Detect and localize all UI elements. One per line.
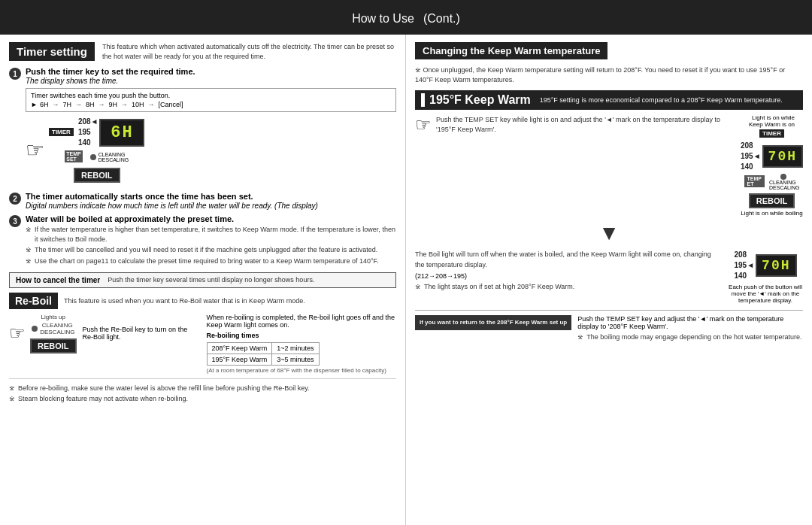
timer-section-desc: This feature which when activated automa… — [102, 42, 396, 61]
cleaning-right: CLEANINGDESCALING — [769, 174, 799, 190]
table-cell-time2: 3~5 minutes — [272, 354, 319, 365]
cleaning-dot-r — [780, 174, 786, 180]
table-row-2: 195°F Keep Warm 3~5 minutes — [207, 354, 319, 365]
step-2-sub: Digital numbers indicate how much time i… — [26, 202, 396, 210]
timer-diagram: TIMER 208◄ 195 140 6H — [49, 117, 144, 183]
r-num-195: 195◄ — [741, 151, 761, 162]
cleaning-dot-icon — [90, 154, 96, 160]
reboil-left: ☞ Lights up CLEANINGDESCALING REBOIL Pus… — [9, 314, 199, 354]
reboil-table: 208°F Keep Warm 1~2 minutes 195°F Keep W… — [207, 342, 320, 366]
bottom-temp-nums: 208 195◄ 140 — [735, 250, 755, 281]
reboil-content: ☞ Lights up CLEANINGDESCALING REBOIL Pus… — [9, 314, 396, 374]
left-column: Timer setting This feature which when ac… — [0, 35, 406, 525]
table-row-1: 208°F Keep Warm 1~2 minutes — [207, 342, 319, 354]
table-cell-time1: 1~2 minutes — [272, 342, 319, 354]
sw-10h: 10H — [132, 101, 144, 108]
table-note: (At a room temperature of 68°F with the … — [207, 367, 397, 374]
bottom-diagram-row: The Boil light will turn off when the wa… — [415, 250, 803, 304]
table-cell-temp1: 208°F Keep Warm — [207, 342, 272, 354]
cleaning-dot-reboil — [32, 326, 38, 332]
reboil-title-bar: Re-Boil This feature is used when you wa… — [9, 293, 396, 309]
temp-195-title: 195°F Keep Warm — [429, 93, 531, 106]
bottom-diagram-display: 208 195◄ 140 70H Each push of the button… — [728, 250, 803, 304]
setup-right: Push the TEMP SET key and adjust the '◄'… — [577, 315, 803, 344]
reboil-right-btn-wrap: REBOIL — [749, 192, 795, 208]
bottom-note-1: Before re-boiling, make sure the water l… — [9, 384, 396, 393]
temp-et-row: TEMPET CLEANINGDESCALING — [744, 174, 800, 190]
top-diagram-row: ☞ Push the TEMP SET key while light is o… — [415, 114, 803, 217]
formula-text: (212→208→195) — [415, 272, 720, 280]
keepwarm-header: Changing the Keep Warm temperature — [415, 42, 803, 59]
temp-et-label: TEMPET — [744, 175, 765, 187]
num-208: 208◄ — [78, 117, 98, 127]
step-2-content: The timer automatically starts once the … — [26, 192, 396, 210]
step-2: 2 The timer automatically starts once th… — [9, 192, 396, 210]
cleaning-reboil-label: CLEANINGDESCALING — [40, 322, 74, 335]
step-2-num: 2 — [9, 193, 21, 205]
reboil-table-title: Re-boiling times — [207, 332, 397, 339]
note-3: Use the chart on page11 to calculate the… — [26, 256, 396, 266]
setup-box: If you want to return to the 208°F Keep … — [415, 315, 571, 330]
step-1-num: 1 — [9, 68, 21, 80]
keepwarm-note: ※ Once unplugged, the Keep Warm temperat… — [415, 65, 803, 84]
reboil-push-text: Push the Re-Boil key to turn on the Re-B… — [83, 326, 199, 341]
sw-6h: 6H — [40, 101, 49, 108]
switches-label: Timer switches each time you push the bu… — [31, 92, 170, 99]
bottom-note-keepwarm: The light stays on if set at high 208°F … — [415, 282, 720, 292]
page-header: How to Use (Cont.) — [0, 0, 812, 35]
tempset-label: TEMPSET — [65, 150, 82, 162]
step-3-content: Water will be boiled at approximately th… — [26, 214, 396, 267]
reboil-button-left: REBOIL — [74, 168, 120, 183]
timer-label-right: TIMER — [759, 129, 784, 139]
b-num-208: 208 — [735, 250, 755, 260]
step-2-title: The timer automatically starts once the … — [26, 192, 396, 201]
bottom-display-nums-row: 208 195◄ 140 70H — [735, 250, 797, 281]
reboil-diagram: ☞ Lights up CLEANINGDESCALING REBOIL Pus… — [9, 314, 199, 354]
bottom-note-2: Steam blocking feature may not activate … — [9, 394, 396, 404]
r-num-140: 140 — [741, 162, 761, 172]
step-1-content: Push the timer key to set the required t… — [26, 67, 396, 187]
bottom-diagram-left: The Boil light will turn off when the wa… — [415, 250, 720, 293]
setup-box-label: If you want to return to the 208°F Keep … — [420, 319, 567, 326]
timer-label-r: TIMER — [759, 129, 784, 138]
sw-8h: 8H — [86, 101, 95, 108]
keepwarm-section-title: Changing the Keep Warm temperature — [415, 42, 607, 59]
step-1-sub: The display shows the time. — [26, 77, 396, 85]
note-1: If the water temperature is higher than … — [26, 225, 396, 244]
timer-display-row: ☞ TIMER 208◄ 195 140 — [26, 117, 396, 183]
light-on-keepwarm: Light is on whileKeep Warm is on — [749, 114, 795, 128]
switch-arrow: ► — [31, 101, 38, 108]
temp-195-desc: 195°F setting is more economical compare… — [540, 96, 783, 105]
light-boiling-label: Light is on while boiling — [741, 210, 802, 217]
top-diagram-inner: ☞ Push the TEMP SET key while light is o… — [415, 114, 733, 135]
reboil-main-btn: REBOIL — [30, 338, 77, 354]
setup-note: The boiling mode may engage depending on… — [577, 332, 803, 342]
r-num-208: 208 — [741, 141, 761, 151]
b-num-195: 195◄ — [735, 260, 755, 271]
reboil-desc: This feature is used when you want to Re… — [64, 297, 305, 305]
top-diagram-left: ☞ Push the TEMP SET key while light is o… — [415, 114, 733, 135]
sw-7h: 7H — [62, 101, 71, 108]
reboil-right: When re-boiling is completed, the Re-boi… — [199, 314, 397, 374]
header-subtitle: (Cont.) — [423, 12, 460, 25]
right-display-screen: 70H — [762, 145, 803, 168]
temp-195-header: 195°F Keep Warm 195°F setting is more ec… — [415, 90, 803, 110]
cancel-timer-box: How to cancel the timer Push the timer k… — [9, 272, 396, 288]
table-cell-temp2: 195°F Keep Warm — [207, 354, 272, 365]
arrow-down: ▼ — [415, 221, 803, 245]
note-star: ※ — [415, 66, 421, 74]
setup-section: If you want to return to the 208°F Keep … — [415, 310, 803, 344]
step-3-title: Water will be boiled at approximately th… — [26, 214, 396, 223]
timer-label: TIMER — [49, 128, 74, 136]
display-with-nums: 208 195◄ 140 70H — [741, 141, 803, 172]
top-diagram-display: Light is on whileKeep Warm is on TIMER 2… — [741, 114, 803, 217]
bottom-display-screen: 70H — [756, 254, 796, 277]
reboil-right-text: When re-boiling is completed, the Re-boi… — [207, 314, 397, 329]
right-temp-nums: 208 195◄ 140 — [741, 141, 761, 172]
cleaning-r-label: CLEANINGDESCALING — [769, 180, 799, 190]
bottom-notes: Before re-boiling, make sure the water l… — [9, 378, 396, 404]
bottom-diagram-text: The Boil light will turn off when the wa… — [415, 250, 720, 270]
reboil-btn-diagram: Lights up CLEANINGDESCALING REBOIL — [30, 314, 77, 354]
num-195: 195 — [78, 127, 98, 138]
b-num-140: 140 — [735, 271, 755, 281]
